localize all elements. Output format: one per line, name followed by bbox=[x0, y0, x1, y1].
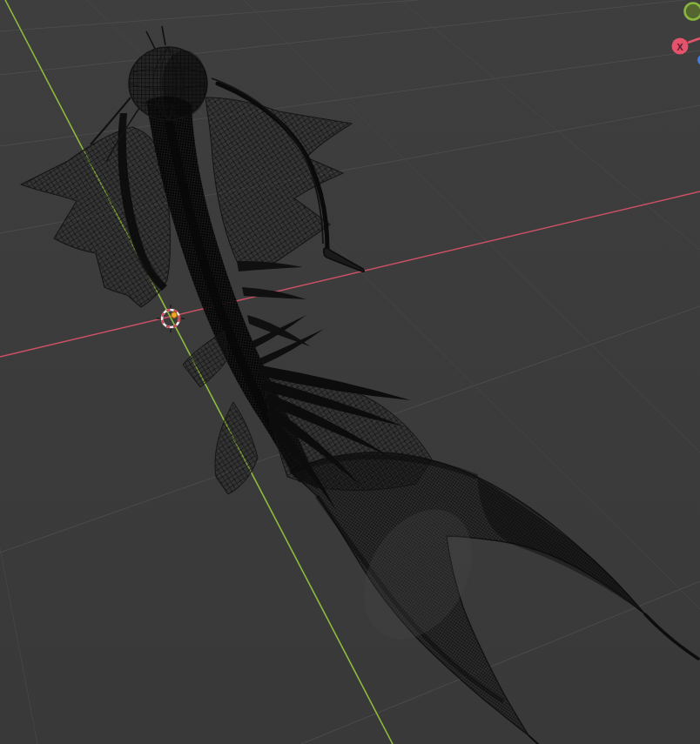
grid-line bbox=[0, 548, 37, 744]
grid-line bbox=[301, 581, 700, 744]
wireframe-fish-mesh-object[interactable] bbox=[21, 26, 698, 744]
viewport-canvas[interactable]: X bbox=[0, 0, 700, 744]
whisker-barb bbox=[324, 248, 365, 271]
left-mid-fin bbox=[183, 331, 228, 387]
origin-dot bbox=[172, 312, 178, 318]
floor-grid-horizontal-lines bbox=[0, 0, 700, 744]
left-fin-membrane bbox=[21, 127, 170, 307]
tail-tip-strand-end bbox=[528, 735, 540, 744]
object-origin-dot bbox=[172, 312, 178, 318]
head-tufts bbox=[146, 26, 165, 49]
gizmo-y-axis-ball[interactable] bbox=[685, 3, 700, 20]
tail-right-lobe-shade bbox=[477, 477, 645, 614]
navigation-gizmo[interactable]: X bbox=[672, 3, 700, 66]
grid-line bbox=[0, 50, 700, 146]
tail-tip-strand bbox=[645, 614, 698, 659]
gizmo-x-stem bbox=[688, 38, 700, 43]
body-spike-1 bbox=[237, 261, 303, 271]
gizmo-x-label: X bbox=[676, 42, 683, 52]
floor-grid-diagonal-lines bbox=[0, 0, 700, 744]
grid-line bbox=[400, 0, 700, 250]
head-shade bbox=[162, 50, 207, 117]
grid-line bbox=[0, 0, 418, 31]
blender-3d-viewport[interactable]: X bbox=[0, 0, 700, 744]
tail-fluke bbox=[290, 452, 645, 735]
grid-line bbox=[0, 0, 700, 75]
